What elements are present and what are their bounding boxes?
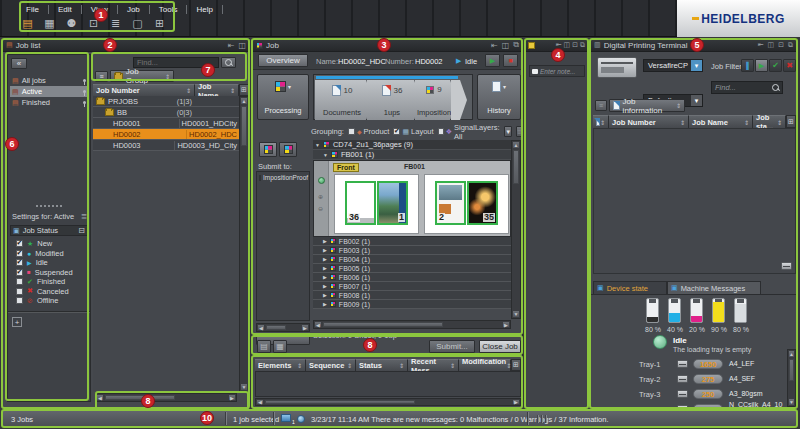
filter-offline[interactable]: Offline bbox=[16, 296, 58, 305]
grouping-signal-layers[interactable]: SignalLayers: All bbox=[438, 123, 501, 141]
collapse-sidebar-button[interactable]: « bbox=[11, 58, 27, 69]
column-config-button[interactable] bbox=[511, 359, 521, 371]
maximize-icon[interactable] bbox=[768, 41, 775, 49]
collapse-tree-button[interactable] bbox=[595, 100, 607, 111]
expander-icon[interactable] bbox=[323, 274, 327, 280]
page-35[interactable]: 35 bbox=[467, 181, 498, 225]
column-header-job-number[interactable]: Job Number bbox=[93, 84, 195, 96]
expander-icon[interactable] bbox=[323, 301, 327, 307]
queue-icon[interactable] bbox=[108, 16, 123, 31]
table-row-hd0002-selected[interactable]: HD0002 HD0002_HDC bbox=[93, 129, 239, 140]
scroll-left-icon[interactable] bbox=[257, 324, 265, 331]
vertical-scrollbar[interactable] bbox=[511, 140, 521, 319]
expander-icon[interactable] bbox=[315, 142, 320, 148]
suspend-job-button[interactable] bbox=[503, 54, 518, 67]
pin-icon[interactable] bbox=[778, 41, 784, 49]
checkbox[interactable] bbox=[16, 259, 23, 266]
horizontal-scrollbar[interactable] bbox=[256, 323, 310, 332]
pin-icon[interactable] bbox=[572, 41, 578, 49]
checkbox[interactable] bbox=[16, 297, 23, 304]
expander-icon[interactable] bbox=[323, 247, 327, 253]
message-status[interactable]: 3/23/17 11:14 AM There are new messages:… bbox=[311, 415, 609, 424]
table-row-hd0001[interactable]: HD0001 HD0001_HDCity bbox=[93, 118, 239, 129]
tree-sheet-row[interactable]: FB004 (1) bbox=[313, 255, 511, 264]
table-row-bb[interactable]: BB(0|3) bbox=[93, 107, 239, 118]
tab-device-state[interactable]: Device state bbox=[593, 281, 667, 294]
page-36[interactable]: 36 bbox=[345, 181, 376, 225]
filter-printing-button[interactable] bbox=[755, 59, 768, 72]
tree-sheet-row[interactable]: FB006 (1) bbox=[313, 273, 511, 282]
scroll-left-icon[interactable] bbox=[314, 321, 322, 328]
checkbox[interactable] bbox=[16, 288, 23, 295]
scroll-right-icon[interactable] bbox=[228, 394, 236, 401]
scroll-right-icon[interactable] bbox=[512, 399, 520, 405]
checkbox[interactable] bbox=[16, 240, 23, 247]
checkbox[interactable] bbox=[16, 278, 23, 285]
tree-sheet-row[interactable]: FB007 (1) bbox=[313, 282, 511, 291]
tray-scrollbar[interactable] bbox=[787, 349, 796, 407]
pin-icon[interactable] bbox=[83, 90, 86, 93]
scroll-down-icon[interactable] bbox=[788, 398, 795, 406]
scrollbar-thumb[interactable] bbox=[241, 106, 247, 146]
grouping-layout[interactable]: Layout bbox=[393, 127, 433, 136]
undock-icon[interactable] bbox=[491, 41, 498, 50]
checkbox[interactable] bbox=[16, 269, 23, 276]
pin-icon[interactable] bbox=[83, 79, 86, 82]
network-status-icon[interactable] bbox=[281, 414, 291, 422]
expander-icon[interactable] bbox=[323, 292, 327, 298]
pdf-doc-icon[interactable] bbox=[130, 16, 145, 31]
checkbox[interactable] bbox=[438, 128, 444, 135]
submit-button[interactable]: Submit... bbox=[429, 340, 475, 353]
column-header-job-name[interactable]: Job Name bbox=[689, 115, 753, 128]
vertical-scrollbar[interactable] bbox=[239, 96, 249, 392]
scroll-up-icon[interactable] bbox=[240, 97, 248, 105]
scrollbar-thumb[interactable] bbox=[105, 395, 175, 400]
expander-icon[interactable] bbox=[323, 283, 327, 289]
filter-waiting-button[interactable] bbox=[741, 59, 754, 72]
filter-new[interactable]: New bbox=[16, 239, 52, 248]
table-row-prjobs[interactable]: PRJOBS(1|3) bbox=[93, 96, 239, 107]
tree-root-row[interactable]: CD74_2u1_36pages (9) bbox=[313, 140, 511, 150]
imposition-step[interactable]: 9 Imposition bbox=[415, 80, 457, 120]
job-information-dropdown[interactable]: Job information bbox=[609, 99, 685, 112]
folder-icon[interactable] bbox=[105, 109, 114, 116]
sidebar-item-all-jobs[interactable]: All jobs bbox=[10, 75, 88, 86]
view-mode-pages-button[interactable] bbox=[279, 142, 297, 157]
filter-finished-button[interactable] bbox=[769, 59, 782, 72]
expander-icon[interactable] bbox=[323, 238, 327, 244]
close-job-button[interactable]: Close Job bbox=[479, 340, 521, 353]
group-by-dropdown[interactable]: Job Group bbox=[110, 70, 174, 82]
undock-icon[interactable] bbox=[228, 41, 235, 50]
oneups-step[interactable]: 36 1ups bbox=[367, 80, 421, 120]
page-1[interactable]: 1 bbox=[377, 181, 408, 225]
horizontal-scrollbar[interactable] bbox=[95, 393, 237, 402]
menu-job[interactable]: Job bbox=[118, 5, 150, 14]
save-view-button[interactable] bbox=[257, 340, 271, 353]
sidebar-item-finished[interactable]: Finished bbox=[10, 97, 88, 108]
chevron-down-icon[interactable] bbox=[288, 83, 291, 90]
zoom-in-icon[interactable] bbox=[318, 193, 323, 200]
splitter-handle[interactable] bbox=[36, 205, 62, 207]
folder-open-icon[interactable] bbox=[96, 98, 105, 105]
filter-canceled[interactable]: Canceled bbox=[16, 287, 69, 296]
column-header-job-status[interactable]: Job sta... bbox=[753, 115, 786, 128]
dpt-search-input[interactable]: Find... bbox=[711, 81, 783, 94]
filter-error-button[interactable] bbox=[783, 59, 796, 72]
view-mode-sheets-button[interactable] bbox=[259, 142, 277, 157]
maximize-icon[interactable] bbox=[564, 41, 571, 49]
scrollbar-thumb[interactable] bbox=[265, 400, 415, 404]
add-filter-button[interactable] bbox=[12, 317, 22, 327]
scrollbar-thumb[interactable] bbox=[323, 322, 443, 327]
filter-idle[interactable]: Idle bbox=[16, 258, 48, 267]
table-row-hd0003[interactable]: HD0003 HD0003_HD_City bbox=[93, 140, 239, 151]
note-input[interactable]: Enter note... bbox=[529, 65, 585, 77]
device-select[interactable]: VersafireCP bbox=[643, 59, 703, 72]
column-header-state[interactable] bbox=[593, 115, 609, 128]
column-config-button[interactable] bbox=[239, 84, 249, 96]
menu-help[interactable]: Help bbox=[187, 5, 222, 14]
column-header-job-number[interactable]: Job Number bbox=[609, 115, 689, 128]
tree-sheet-row[interactable]: FB008 (1) bbox=[313, 291, 511, 300]
tree-sheet-row[interactable]: FB003 (1) bbox=[313, 246, 511, 255]
scroll-right-icon[interactable] bbox=[502, 321, 510, 328]
detach-icon[interactable] bbox=[513, 40, 519, 50]
